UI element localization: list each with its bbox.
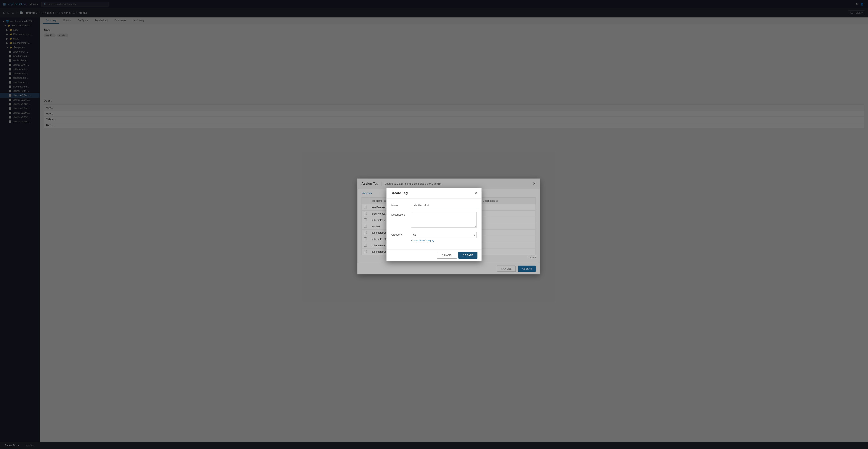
name-field (411, 202, 477, 208)
create-tag-dialog: Create Tag ✕ Name: Description: Category… (386, 188, 482, 261)
category-select-wrapper: os eksdRelease kubernetes kubernetesChan… (411, 232, 477, 238)
create-tag-header: Create Tag ✕ (386, 188, 482, 198)
description-label: Description: (391, 212, 411, 216)
create-tag-create-button[interactable]: CREATE (458, 252, 477, 259)
category-field: os eksdRelease kubernetes kubernetesChan… (411, 232, 477, 242)
category-label: Category: (391, 232, 411, 236)
create-tag-body: Name: Description: Category: os eksdRele… (386, 198, 482, 250)
create-tag-cancel-button[interactable]: CANCEL (437, 252, 457, 259)
name-label: Name: (391, 202, 411, 207)
category-select[interactable]: os eksdRelease kubernetes kubernetesChan… (411, 232, 477, 238)
description-textarea[interactable] (411, 212, 477, 228)
description-field-row: Description: (391, 212, 477, 228)
category-field-row: Category: os eksdRelease kubernetes kube… (391, 232, 477, 242)
create-new-category-link[interactable]: Create New Category (411, 239, 434, 242)
create-tag-close-button[interactable]: ✕ (474, 191, 477, 195)
name-input[interactable] (411, 202, 477, 208)
description-field (411, 212, 477, 228)
create-tag-footer: CANCEL CREATE (386, 250, 482, 261)
name-field-row: Name: (391, 202, 477, 208)
create-tag-title: Create Tag (391, 191, 408, 195)
